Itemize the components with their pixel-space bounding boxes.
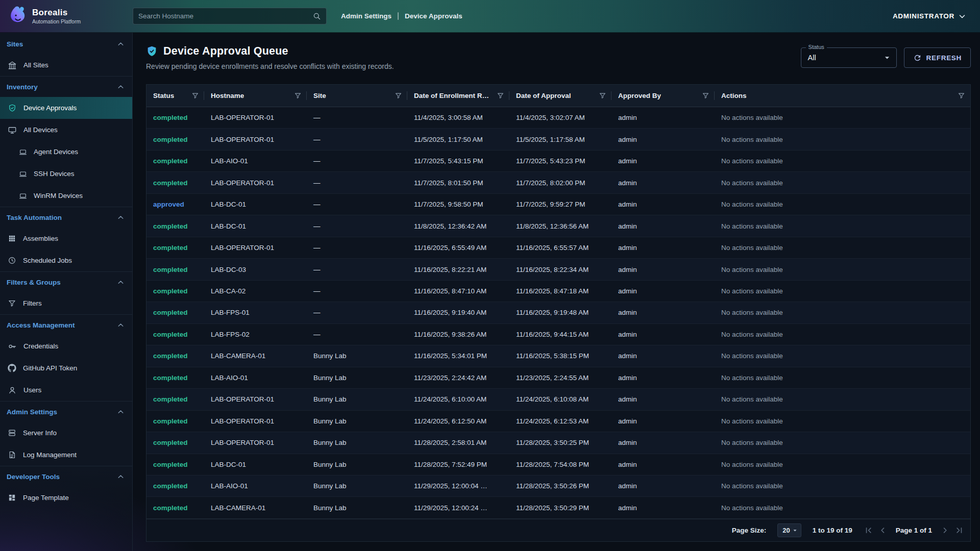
cell-actions: No actions available (715, 395, 970, 403)
borealis-logo-icon (5, 5, 28, 28)
column-header-site[interactable]: Site (307, 85, 407, 107)
table-row[interactable]: completedLAB-DC-01—11/8/2025, 12:36:42 A… (146, 215, 970, 237)
breadcrumb-item-device-approvals[interactable]: Device Approvals (405, 12, 462, 20)
sidebar-item-scheduled-jobs[interactable]: Scheduled Jobs (0, 249, 132, 271)
column-label: Site (313, 92, 326, 99)
table-row[interactable]: completedLAB-AIO-01Bunny Lab11/23/2025, … (146, 367, 970, 389)
search-icon[interactable] (312, 12, 321, 20)
filter-icon[interactable] (599, 92, 606, 99)
shield-icon (146, 45, 158, 57)
hostname-searchbox[interactable] (133, 8, 327, 24)
table-row[interactable]: completedLAB-FPS-01—11/16/2025, 9:19:40 … (146, 302, 970, 323)
sidebar-section-inventory: InventoryDevice ApprovalsAll DevicesAgen… (0, 76, 132, 207)
cell-approved_by: admin (611, 352, 715, 360)
column-header-date-of-approval[interactable]: Date of Approval (509, 85, 611, 107)
sidebar-section-header-admin-settings[interactable]: Admin Settings (0, 402, 132, 422)
refresh-button[interactable]: REFRESH (904, 47, 971, 68)
cell-hostname: LAB-DC-01 (204, 222, 307, 230)
filter-icon[interactable] (395, 92, 402, 99)
sidebar-section-admin-settings: Admin SettingsServer InfoLog Management (0, 401, 132, 466)
cell-actions: No actions available (715, 266, 970, 273)
cell-hostname: LAB-AIO-01 (204, 157, 307, 165)
filter-icon[interactable] (958, 92, 965, 99)
status-filter-select[interactable]: Status All (801, 47, 897, 68)
search-input[interactable] (138, 12, 308, 20)
sidebar-item-winrm-devices[interactable]: WinRM Devices (0, 185, 132, 207)
sidebar-item-filters[interactable]: Filters (0, 292, 132, 314)
cell-status: completed (146, 136, 204, 143)
user-menu[interactable]: ADMINISTRATOR (893, 12, 967, 21)
filter-icon[interactable] (191, 92, 199, 99)
cell-status: completed (146, 482, 204, 490)
sidebar-item-github-api-token[interactable]: GitHub API Token (0, 357, 132, 379)
cell-site: — (307, 157, 407, 165)
table-row[interactable]: completedLAB-CAMERA-01Bunny Lab11/16/202… (146, 345, 970, 367)
sidebar-item-log-management[interactable]: Log Management (0, 444, 132, 466)
sidebar-section-header-inventory[interactable]: Inventory (0, 77, 132, 97)
column-header-hostname[interactable]: Hostname (204, 85, 307, 107)
sidebar-section-header-access-management[interactable]: Access Management (0, 315, 132, 335)
section-label: Filters & Groups (7, 279, 61, 286)
column-header-status[interactable]: Status (146, 85, 204, 107)
first-page-icon[interactable] (864, 525, 873, 535)
page-subtitle: Review pending device enrollments and re… (146, 62, 394, 70)
filter-icon[interactable] (294, 92, 302, 99)
cell-status: completed (146, 266, 204, 273)
sidebar-item-users[interactable]: Users (0, 379, 132, 401)
cell-approved: 11/24/2025, 6:10:08 AM (509, 395, 611, 403)
cell-enrolled: 11/16/2025, 6:55:49 AM (407, 244, 509, 252)
breadcrumb-item-admin-settings[interactable]: Admin Settings (341, 12, 391, 20)
cell-site: Bunny Lab (307, 504, 407, 512)
sidebar-item-credentials[interactable]: Credentials (0, 335, 132, 357)
table-row[interactable]: completedLAB-CA-02—11/16/2025, 8:47:10 A… (146, 281, 970, 302)
sidebar-section-header-task-automation[interactable]: Task Automation (0, 207, 132, 228)
sidebar-item-all-devices[interactable]: All Devices (0, 119, 132, 141)
cell-approved_by: admin (611, 222, 715, 230)
filter-icon[interactable] (497, 92, 504, 99)
table-row[interactable]: completedLAB-OPERATOR-01—11/5/2025, 1:17… (146, 129, 970, 150)
sidebar-item-all-sites[interactable]: All Sites (0, 54, 132, 76)
table-row[interactable]: completedLAB-OPERATOR-01—11/16/2025, 6:5… (146, 237, 970, 259)
table-row[interactable]: completedLAB-FPS-02—11/16/2025, 9:38:26 … (146, 324, 970, 345)
sidebar-item-assemblies[interactable]: Assemblies (0, 228, 132, 249)
table-row[interactable]: completedLAB-OPERATOR-01Bunny Lab11/24/2… (146, 389, 970, 410)
sidebar-item-device-approvals[interactable]: Device Approvals (0, 97, 132, 119)
cell-approved_by: admin (611, 309, 715, 316)
cell-approved: 11/28/2025, 7:54:08 PM (509, 461, 611, 468)
last-page-icon[interactable] (954, 525, 964, 535)
table-row[interactable]: completedLAB-DC-03—11/16/2025, 8:22:21 A… (146, 259, 970, 280)
column-header-actions[interactable]: Actions (715, 85, 970, 107)
cell-approved: 11/16/2025, 8:47:18 AM (509, 287, 611, 295)
sidebar-section-header-developer-tools[interactable]: Developer Tools (0, 466, 132, 487)
cell-hostname: LAB-OPERATOR-01 (204, 114, 307, 121)
table-row[interactable]: completedLAB-OPERATOR-01—11/4/2025, 3:00… (146, 107, 970, 129)
cell-hostname: LAB-FPS-01 (204, 309, 307, 316)
table-row[interactable]: completedLAB-DC-01Bunny Lab11/28/2025, 7… (146, 454, 970, 475)
table-row[interactable]: completedLAB-AIO-01—11/7/2025, 5:43:15 P… (146, 151, 970, 172)
column-header-date-of-enrollment-r[interactable]: Date of Enrollment R… (407, 85, 509, 107)
sidebar-item-ssh-devices[interactable]: SSH Devices (0, 163, 132, 185)
cell-actions: No actions available (715, 222, 970, 230)
server-icon (8, 429, 16, 437)
sidebar-item-page-template[interactable]: Page Template (0, 487, 132, 509)
sidebar-section-header-sites[interactable]: Sites (0, 34, 132, 54)
table-row[interactable]: completedLAB-CAMERA-01Bunny Lab11/29/202… (146, 497, 970, 518)
table-row[interactable]: approvedLAB-DC-01—11/7/2025, 9:58:50 PM1… (146, 194, 970, 215)
filter-icon[interactable] (702, 92, 709, 99)
sidebar-item-server-info[interactable]: Server Info (0, 422, 132, 444)
table-row[interactable]: completedLAB-OPERATOR-01Bunny Lab11/24/2… (146, 411, 970, 432)
table-row[interactable]: completedLAB-OPERATOR-01—11/7/2025, 8:01… (146, 172, 970, 193)
brand-name: Borealis (32, 8, 81, 18)
next-page-icon[interactable] (940, 525, 950, 535)
table-row[interactable]: completedLAB-AIO-01Bunny Lab11/29/2025, … (146, 475, 970, 497)
chevron-down-icon (958, 12, 967, 21)
topbar: Borealis Automation Platform Admin Setti… (0, 0, 980, 33)
main-content: Device Approval Queue Review pending dev… (133, 33, 980, 551)
sidebar-item-agent-devices[interactable]: Agent Devices (0, 141, 132, 163)
page-size-select[interactable]: 20 (777, 523, 801, 537)
sidebar-section-header-filters-groups[interactable]: Filters & Groups (0, 272, 132, 292)
previous-page-icon[interactable] (878, 525, 888, 535)
cell-status: approved (146, 201, 204, 208)
column-header-approved-by[interactable]: Approved By (611, 85, 715, 107)
table-row[interactable]: completedLAB-OPERATOR-01Bunny Lab11/28/2… (146, 432, 970, 454)
